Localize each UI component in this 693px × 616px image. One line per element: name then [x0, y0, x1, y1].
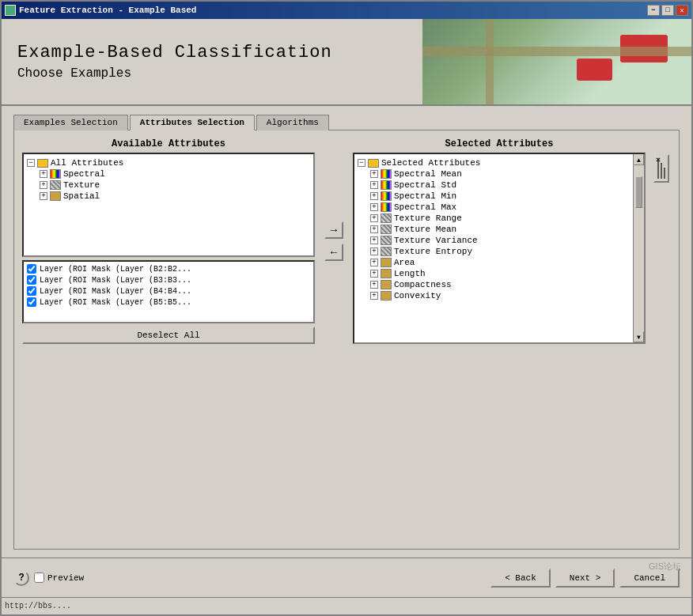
tree-item-compactness[interactable]: + Compactness — [358, 279, 628, 290]
expand-texture-mean[interactable]: + — [370, 225, 378, 233]
tree-item-selected-root[interactable]: − Selected Attributes — [358, 157, 628, 168]
attributes-panel: Available Attributes − All Attributes + — [22, 138, 671, 344]
scrollbar-thumb[interactable] — [635, 176, 642, 208]
status-url: http://bbs.... — [5, 602, 71, 610]
preview-label: Preview — [34, 573, 84, 583]
expand-texture-variance[interactable]: + — [370, 236, 378, 244]
app-icon — [5, 5, 16, 16]
texture-mean-icon — [381, 225, 392, 234]
list-item[interactable]: Layer (ROI Mask (Layer (B5:B5... — [25, 297, 312, 308]
tree-item-convexity[interactable]: + Convexity — [358, 290, 628, 301]
next-button[interactable]: Next > — [555, 569, 615, 588]
texture-entropy-icon — [381, 247, 392, 256]
layer-checkbox-b3[interactable] — [27, 275, 36, 285]
expand-spatial[interactable]: + — [40, 192, 47, 200]
main-content: Examples Selection Attributes Selection … — [2, 106, 691, 557]
tree-label-texture-range: Texture Range — [394, 214, 462, 223]
tree-item-texture-mean[interactable]: + Texture Mean — [358, 224, 628, 235]
scrollbar-track[interactable]: ▲ ▼ — [633, 154, 644, 342]
list-item[interactable]: Layer (ROI Mask (Layer (B3:B3... — [25, 274, 312, 285]
sort-button[interactable] — [653, 154, 669, 183]
tree-item-texture-entropy[interactable]: + Texture Entropy — [358, 246, 628, 257]
layer-label-b3: Layer (ROI Mask (Layer (B3:B3... — [40, 276, 191, 285]
layer-checkbox-b5[interactable] — [27, 297, 36, 307]
tree-item-spectral[interactable]: + Spectral — [27, 168, 310, 180]
expand-all-attributes[interactable]: − — [27, 159, 35, 167]
scroll-up-button[interactable]: ▲ — [634, 154, 644, 165]
maximize-button[interactable]: □ — [661, 5, 674, 16]
deselect-all-button[interactable]: Deselect All — [22, 327, 315, 344]
list-item[interactable]: Layer (ROI Mask (Layer (B2:B2... — [25, 263, 312, 274]
expand-texture[interactable]: + — [40, 181, 47, 189]
layer-label-b4: Layer (ROI Mask (Layer (B4:B4... — [40, 287, 191, 296]
available-attributes-tree[interactable]: − All Attributes + Spectral + — [22, 153, 315, 257]
tree-label-compactness: Compactness — [394, 280, 452, 289]
minimize-button[interactable]: − — [647, 5, 660, 16]
spectral-min-icon — [381, 191, 392, 201]
tab-algorithms[interactable]: Algorithms — [256, 115, 329, 130]
layer-label-b2: Layer (ROI Mask (Layer (B2:B2... — [40, 265, 191, 274]
status-bar: http://bbs.... — [2, 597, 691, 614]
title-bar-text: Feature Extraction - Example Based — [5, 5, 196, 16]
scroll-down-button[interactable]: ▼ — [634, 331, 644, 342]
footer-left: ? Preview — [13, 570, 84, 586]
tree-label-texture-entropy: Texture Entropy — [394, 247, 472, 256]
expand-texture-range[interactable]: + — [370, 214, 378, 222]
expand-texture-entropy[interactable]: + — [370, 248, 378, 255]
spectral-std-icon — [381, 180, 392, 190]
remove-attribute-button[interactable]: ← — [324, 244, 343, 261]
layer-checkbox-b4[interactable] — [27, 286, 36, 296]
spectral-max-icon — [381, 202, 392, 212]
expand-selected-root[interactable]: − — [358, 159, 365, 167]
tree-item-texture-variance[interactable]: + Texture Variance — [358, 235, 628, 246]
tree-item-texture-range[interactable]: + Texture Range — [358, 213, 628, 224]
tree-item-spectral-min[interactable]: + Spectral Min — [358, 191, 628, 202]
expand-length[interactable]: + — [370, 270, 378, 278]
expand-convexity[interactable]: + — [370, 292, 378, 300]
expand-spectral-max[interactable]: + — [370, 203, 378, 211]
expand-area[interactable]: + — [370, 259, 378, 266]
tree-item-spectral-max[interactable]: + Spectral Max — [358, 202, 628, 213]
expand-spectral-mean[interactable]: + — [370, 170, 378, 178]
expand-spectral-min[interactable]: + — [370, 192, 378, 200]
header-area: Example-Based Classification Choose Exam… — [2, 19, 691, 106]
transfer-controls: → ← — [321, 138, 346, 344]
tree-label-spectral-min: Spectral Min — [394, 191, 456, 201]
tree-item-spatial[interactable]: + Spatial — [27, 191, 310, 202]
tree-label-spectral-max: Spectral Max — [394, 202, 456, 212]
tree-label-texture-mean: Texture Mean — [394, 225, 456, 234]
help-button[interactable]: ? — [13, 570, 29, 586]
expand-spectral[interactable]: + — [40, 170, 47, 178]
expand-spectral-std[interactable]: + — [370, 181, 378, 189]
close-button[interactable]: ✕ — [676, 5, 688, 16]
preview-text: Preview — [47, 573, 84, 583]
tree-item-spectral-mean[interactable]: + Spectral Mean — [358, 168, 628, 180]
bottom-area — [22, 350, 671, 541]
tab-examples[interactable]: Examples Selection — [13, 115, 128, 130]
tree-item-length[interactable]: + Length — [358, 268, 628, 279]
tree-label-all-attributes: All Attributes — [51, 158, 123, 168]
window-title: Feature Extraction - Example Based — [19, 6, 196, 15]
tab-panel: Available Attributes − All Attributes + — [13, 130, 680, 550]
layer-list[interactable]: Layer (ROI Mask (Layer (B2:B2... Layer (… — [22, 260, 315, 323]
tree-label-spectral-std: Spectral Std — [394, 180, 456, 190]
add-attribute-button[interactable]: → — [324, 221, 343, 239]
tree-label-spectral-mean: Spectral Mean — [394, 169, 462, 179]
back-button[interactable]: < Back — [490, 569, 551, 588]
spectral-mean-icon — [381, 169, 392, 179]
selected-attributes-tree[interactable]: − Selected Attributes + Spectral Mean + — [353, 153, 646, 344]
tab-attributes[interactable]: Attributes Selection — [130, 115, 255, 130]
tree-item-area[interactable]: + Area — [358, 257, 628, 268]
expand-compactness[interactable]: + — [370, 281, 378, 289]
tree-item-texture[interactable]: + Texture — [27, 180, 310, 191]
header-image — [422, 19, 691, 106]
preview-checkbox[interactable] — [34, 573, 44, 583]
tree-item-all-attributes[interactable]: − All Attributes — [27, 157, 310, 168]
header-title: Example-Based Classification — [17, 43, 407, 62]
header-subtitle: Choose Examples — [17, 66, 407, 81]
layer-checkbox-b2[interactable] — [27, 264, 36, 274]
tree-label-spectral: Spectral — [63, 169, 105, 179]
convexity-icon — [381, 291, 392, 300]
list-item[interactable]: Layer (ROI Mask (Layer (B4:B4... — [25, 285, 312, 297]
tree-item-spectral-std[interactable]: + Spectral Std — [358, 180, 628, 191]
